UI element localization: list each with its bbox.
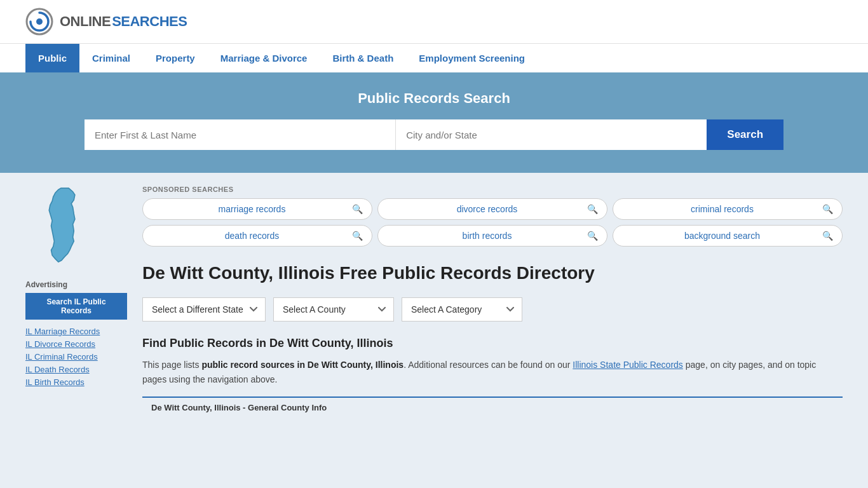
search-button[interactable]: Search <box>707 119 783 150</box>
search-icon-criminal: 🔍 <box>822 204 833 214</box>
find-bold: public record sources in De Witt County,… <box>201 360 403 370</box>
logo[interactable]: ONLINE SEARCHES <box>25 8 187 36</box>
search-icon-marriage: 🔍 <box>352 204 363 214</box>
state-dropdown[interactable]: Select a Different State <box>142 297 266 322</box>
hero-section: Public Records Search Search <box>0 72 868 173</box>
main-content: SPONSORED SEARCHES marriage records 🔍 di… <box>142 186 843 417</box>
illinois-map <box>25 186 127 270</box>
sponsored-label: SPONSORED SEARCHES <box>142 186 843 193</box>
dropdowns-row: Select a Different State Select A County… <box>142 297 843 322</box>
sponsored-item-divorce[interactable]: divorce records 🔍 <box>377 198 607 220</box>
search-bar: Search <box>85 119 783 150</box>
svg-point-1 <box>36 18 43 25</box>
find-section-text: This page lists public record sources in… <box>142 358 843 386</box>
search-icon-death: 🔍 <box>352 231 363 241</box>
page-title: De Witt County, Illinois Free Public Rec… <box>142 262 843 285</box>
sponsored-item-criminal[interactable]: criminal records 🔍 <box>613 198 843 220</box>
hero-title: Public Records Search <box>25 90 843 107</box>
find-section-title: Find Public Records in De Witt County, I… <box>142 337 843 350</box>
nav-item-property[interactable]: Property <box>143 44 208 72</box>
location-input[interactable] <box>396 119 707 150</box>
sponsored-item-background-text: background search <box>622 231 822 241</box>
advertising-label: Advertising <box>25 280 127 289</box>
search-icon-background: 🔍 <box>822 231 833 241</box>
county-info-bar: De Witt County, Illinois - General Count… <box>142 396 843 417</box>
sponsored-item-divorce-text: divorce records <box>387 204 587 214</box>
nav-item-employment[interactable]: Employment Screening <box>406 44 538 72</box>
sponsored-item-birth-text: birth records <box>387 231 587 241</box>
sidebar-link-death[interactable]: IL Death Records <box>25 365 90 374</box>
logo-icon <box>25 8 53 36</box>
main-nav: Public Criminal Property Marriage & Divo… <box>0 43 868 72</box>
sponsored-item-marriage-text: marriage records <box>152 204 352 214</box>
search-icon-divorce: 🔍 <box>587 204 598 214</box>
site-header: ONLINE SEARCHES <box>0 0 868 43</box>
sidebar-link-marriage[interactable]: IL Marriage Records <box>25 327 100 336</box>
nav-item-public[interactable]: Public <box>25 44 79 72</box>
search-icon-birth: 🔍 <box>587 231 598 241</box>
sidebar-link-criminal[interactable]: IL Criminal Records <box>25 352 98 362</box>
nav-item-marriage-divorce[interactable]: Marriage & Divorce <box>208 44 320 72</box>
logo-searches: SEARCHES <box>112 13 187 30</box>
category-dropdown[interactable]: Select A Category <box>402 297 522 322</box>
sponsored-item-death-text: death records <box>152 231 352 241</box>
sidebar: Advertising Search IL Public Records IL … <box>25 186 127 417</box>
main-wrapper: Advertising Search IL Public Records IL … <box>0 173 868 430</box>
logo-text: ONLINE SEARCHES <box>60 13 187 30</box>
sidebar-link-divorce[interactable]: IL Divorce Records <box>25 339 95 349</box>
sponsored-item-criminal-text: criminal records <box>622 204 822 214</box>
nav-item-birth-death[interactable]: Birth & Death <box>320 44 406 72</box>
illinois-state-shape <box>25 186 102 268</box>
find-text-1: This page lists <box>142 360 201 370</box>
sponsored-item-death[interactable]: death records 🔍 <box>142 225 372 247</box>
sidebar-links: IL Marriage Records IL Divorce Records I… <box>25 326 127 387</box>
sponsored-item-marriage[interactable]: marriage records 🔍 <box>142 198 372 220</box>
logo-online: ONLINE <box>60 13 111 30</box>
find-text-2: . Additional resources can be found on o… <box>403 360 573 370</box>
find-link[interactable]: Illinois State Public Records <box>573 360 683 370</box>
county-dropdown[interactable]: Select A County <box>273 297 394 322</box>
sponsored-item-background[interactable]: background search 🔍 <box>613 225 843 247</box>
name-input[interactable] <box>85 119 396 150</box>
sponsored-grid: marriage records 🔍 divorce records 🔍 cri… <box>142 198 843 247</box>
sidebar-ad-button[interactable]: Search IL Public Records <box>25 293 127 320</box>
sidebar-link-birth[interactable]: IL Birth Records <box>25 377 85 387</box>
sponsored-item-birth[interactable]: birth records 🔍 <box>377 225 607 247</box>
nav-item-criminal[interactable]: Criminal <box>79 44 143 72</box>
